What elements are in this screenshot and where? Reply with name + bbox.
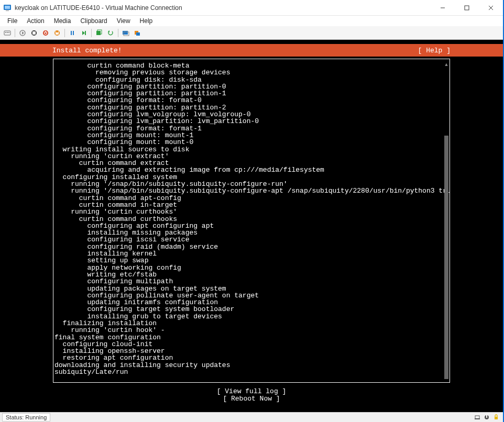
window-title: keycloak on LATITUDE-E6410 - Virtual Mac… [15, 4, 431, 12]
log-scrollbar[interactable]: ▲ [444, 62, 448, 379]
pause-icon[interactable] [67, 28, 78, 38]
svg-rect-22 [73, 31, 74, 35]
menubar: File Action Media Clipboard View Help [0, 16, 503, 26]
svg-rect-10 [8, 32, 9, 33]
titlebar: keycloak on LATITUDE-E6410 - Virtual Mac… [0, 0, 503, 16]
svg-marker-23 [82, 31, 85, 35]
svg-rect-31 [136, 32, 140, 36]
svg-marker-12 [22, 31, 24, 35]
svg-rect-24 [85, 31, 86, 35]
installer-title: Install complete! [52, 47, 418, 54]
status-icons [474, 414, 501, 421]
enhanced-session-icon[interactable] [120, 28, 131, 38]
svg-rect-36 [495, 417, 498, 419]
menu-file[interactable]: File [3, 16, 21, 26]
minimize-button[interactable] [431, 0, 455, 16]
menu-media[interactable]: Media [50, 16, 75, 26]
svg-rect-21 [71, 31, 72, 35]
turnoff-icon[interactable] [29, 28, 39, 38]
shutdown-icon[interactable] [40, 28, 51, 38]
toolbar-separator [118, 29, 118, 37]
maximize-button[interactable] [455, 0, 479, 16]
toolbar-separator [64, 29, 65, 37]
menu-help[interactable]: Help [136, 16, 157, 26]
scroll-up-arrow[interactable]: ▲ [444, 62, 449, 67]
scroll-track[interactable] [444, 67, 448, 379]
svg-rect-2 [6, 10, 9, 11]
menu-action[interactable]: Action [23, 16, 48, 26]
svg-rect-25 [96, 31, 101, 35]
installer-actions: [ View full log ] [ Reboot Now ] [0, 388, 503, 403]
network-status-icon [474, 414, 481, 421]
svg-rect-1 [5, 6, 10, 9]
close-button[interactable] [479, 0, 503, 16]
reset-icon[interactable] [79, 28, 89, 38]
view-full-log-button[interactable]: [ View full log ] [0, 388, 503, 395]
scroll-spacer [444, 67, 448, 136]
svg-rect-4 [465, 6, 469, 10]
save-icon[interactable] [52, 28, 62, 38]
scroll-thumb[interactable] [444, 136, 448, 379]
revert-icon[interactable] [105, 28, 116, 38]
status-text: Status: Running [2, 413, 50, 421]
menu-view[interactable]: View [113, 16, 135, 26]
toolbar-separator [15, 29, 15, 37]
statusbar: Status: Running [0, 412, 503, 422]
svg-rect-33 [475, 418, 480, 419]
toolbar-separator [91, 29, 92, 37]
svg-rect-14 [32, 31, 36, 35]
toolbar [0, 26, 503, 40]
menu-clipboard[interactable]: Clipboard [76, 16, 111, 26]
help-button[interactable]: [ Help ] [418, 47, 451, 54]
svg-rect-35 [486, 415, 487, 418]
svg-rect-20 [56, 31, 58, 32]
install-log: curtin command block-meta removing previ… [53, 62, 450, 375]
share-icon[interactable] [132, 28, 143, 38]
lock-status-icon [492, 414, 500, 421]
log-frame: curtin command block-meta removing previ… [53, 59, 450, 383]
reboot-now-button[interactable]: [ Reboot Now ] [0, 395, 503, 403]
app-icon [3, 4, 12, 12]
svg-rect-9 [7, 32, 8, 33]
installer-header: Install complete! [ Help ] [0, 44, 503, 57]
vm-display[interactable]: Install complete! [ Help ] curtin comman… [0, 40, 503, 412]
secure-status-icon [483, 414, 490, 421]
svg-rect-8 [5, 32, 6, 33]
checkpoint-icon[interactable] [94, 28, 104, 38]
ctrl-alt-del-icon[interactable] [2, 28, 13, 38]
start-icon[interactable] [17, 28, 28, 38]
